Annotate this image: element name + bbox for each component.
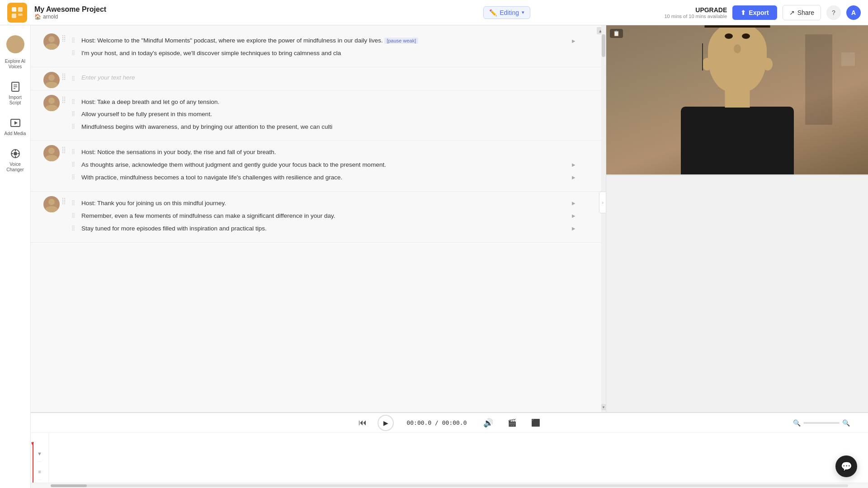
sidebar: Explore AIVoices ImportScript Add Media … — [0, 25, 31, 488]
line-drag-handle[interactable]: ⣿ — [71, 75, 75, 81]
svg-point-20 — [48, 75, 55, 81]
script-line-text: Stay tuned for more episodes filled with… — [81, 224, 561, 234]
tl-zoom-slider[interactable] — [803, 422, 840, 424]
script-line: ⣿ Host: Welcome to the "Mindful Moments"… — [71, 34, 579, 47]
line-drag-handle[interactable]: ⣿ — [71, 200, 75, 206]
add-media-icon — [9, 117, 22, 129]
script-line-text: Host: Notice the sensations in your body… — [81, 147, 579, 157]
line-drag-handle[interactable]: ⣿ — [71, 37, 75, 43]
drag-handle[interactable]: ⣿ — [61, 73, 66, 80]
line-drag-handle[interactable]: ⣿ — [71, 212, 75, 218]
tl-play-button[interactable]: ▶ — [377, 415, 394, 431]
tl-horizontal-scrollbar[interactable] — [51, 484, 848, 487]
tl-zoom-controls: 🔍 🔍 — [793, 419, 850, 427]
line-play-button[interactable]: ▶ — [569, 36, 579, 46]
tl-track-side-btn[interactable]: ≡ — [38, 469, 41, 474]
script-block: ⣿ ⣿ Host: Notice the sensations in your … — [31, 142, 606, 192]
script-line: ⣿ As thoughts arise, acknowledge them wi… — [71, 159, 579, 171]
upgrade-info: UPGRADE 10 mins of 10 mins available — [665, 6, 727, 19]
speaker-avatar — [43, 33, 60, 50]
drag-handle[interactable]: ⣿ — [61, 197, 66, 204]
tl-timecode: 00:00.0 / 00:00.0 — [406, 419, 467, 426]
line-play-button[interactable]: ▶ — [569, 173, 579, 183]
drag-handle[interactable]: ⣿ — [61, 34, 66, 42]
drag-handle[interactable]: ⣿ — [61, 96, 66, 103]
person-eye-right — [742, 33, 750, 39]
timeline-tracks: ▼ ≡ ≡ + 5s — [31, 433, 868, 483]
line-drag-handle[interactable]: ⣿ — [71, 225, 75, 231]
voice-changer-icon — [9, 147, 22, 160]
copy-tag[interactable]: 📋 — [610, 29, 623, 38]
tl-settings-button[interactable]: ⬛ — [528, 417, 544, 429]
scrollbar-thumb[interactable] — [602, 34, 605, 57]
sidebar-add-media-label: Add Media — [5, 131, 26, 136]
svg-rect-2 — [12, 14, 16, 18]
tl-zoom-plus-icon[interactable]: 🔍 — [842, 419, 850, 427]
tl-captions-button[interactable]: 🎬 — [504, 417, 520, 429]
speaker-avatar — [43, 72, 60, 88]
sidebar-item-add-media[interactable]: Add Media — [2, 112, 29, 141]
help-button[interactable]: ? — [826, 5, 841, 20]
svg-point-19 — [45, 43, 58, 50]
tl-skip-back-button[interactable]: ⏮ — [355, 416, 370, 429]
timeline-controls-bar: ⏮ ▶ 00:00.0 / 00:00.0 🔊 🎬 ⬛ 🔍 🔍 — [31, 413, 868, 433]
topbar-right: UPGRADE 10 mins of 10 mins available ⬆ E… — [665, 5, 861, 20]
sidebar-item-voice-changer[interactable]: VoiceChanger — [2, 143, 29, 177]
person-nose — [734, 44, 741, 53]
line-drag-handle[interactable]: ⣿ — [71, 111, 75, 117]
script-line: ⣿ Enter your text here — [71, 73, 579, 83]
right-panel-empty — [606, 174, 868, 412]
svg-point-27 — [45, 206, 58, 212]
tl-volume-button[interactable]: 🔊 — [480, 416, 497, 430]
line-drag-handle[interactable]: ⣿ — [71, 161, 75, 167]
person-neck — [725, 89, 750, 108]
person-face — [708, 25, 767, 92]
scroll-down-button[interactable]: ▼ — [601, 404, 606, 410]
panel-collapse-button[interactable]: › — [599, 192, 606, 213]
chat-support-button[interactable]: 💬 — [835, 455, 857, 477]
breadcrumb: 🏠 arnold — [34, 14, 349, 20]
share-button[interactable]: ↗ Share — [783, 5, 821, 20]
pencil-icon: ✏️ — [489, 9, 497, 16]
svg-point-13 — [14, 152, 17, 155]
bg-door — [805, 34, 832, 125]
line-drag-handle[interactable]: ⣿ — [71, 174, 75, 180]
line-play-button[interactable]: ▶ — [569, 160, 579, 170]
bg-element — [841, 52, 855, 66]
pause-tag[interactable]: [pause weak] — [384, 38, 418, 44]
line-play-button[interactable]: ▶ — [569, 211, 579, 221]
line-play-button[interactable]: ▶ — [569, 224, 579, 234]
svg-marker-11 — [14, 121, 18, 125]
right-panel: 📋 › — [606, 25, 868, 412]
line-drag-handle[interactable]: ⣿ — [71, 123, 75, 129]
svg-point-26 — [48, 199, 55, 205]
app-logo — [7, 3, 27, 23]
script-block: ⣿ ⣿ Enter your text here — [31, 69, 606, 90]
export-button[interactable]: ⬆ Export — [732, 5, 777, 20]
svg-point-5 — [10, 47, 21, 51]
sidebar-item-explore-ai-voices[interactable]: Explore AIVoices — [2, 31, 29, 74]
sidebar-item-import-script[interactable]: ImportScript — [2, 76, 29, 110]
topbar: My Awesome Project 🏠 arnold ✏️ Editing ▾… — [0, 0, 868, 25]
upgrade-label[interactable]: UPGRADE — [665, 6, 727, 14]
line-play-button[interactable]: ▶ — [569, 198, 579, 208]
earbud-wire — [702, 43, 703, 70]
line-drag-handle[interactable]: ⣿ — [71, 99, 75, 104]
main-layout: Explore AIVoices ImportScript Add Media … — [0, 25, 868, 488]
script-line: ⣿ I'm your host, and in today's episode,… — [71, 47, 579, 60]
drag-handle[interactable]: ⣿ — [61, 146, 66, 153]
editing-mode-button[interactable]: ✏️ Editing ▾ — [483, 6, 530, 19]
tl-zoom-search-icon[interactable]: 🔍 — [793, 419, 801, 427]
line-drag-handle[interactable]: ⣿ — [71, 149, 75, 155]
tl-bottom-scrollbar — [31, 483, 868, 488]
user-avatar-button[interactable]: A — [846, 5, 861, 20]
editing-label: Editing — [500, 9, 519, 16]
line-drag-handle[interactable]: ⣿ — [71, 50, 75, 56]
person-hair — [705, 25, 770, 28]
tl-collapse-track-button[interactable]: ▼ — [37, 451, 42, 456]
timeline: ⏮ ▶ 00:00.0 / 00:00.0 🔊 🎬 ⬛ 🔍 🔍 — [31, 412, 868, 488]
text-input-placeholder[interactable]: Enter your text here — [81, 74, 579, 81]
tl-scrollbar-thumb[interactable] — [51, 484, 87, 487]
svg-point-21 — [45, 82, 58, 88]
svg-point-25 — [45, 155, 58, 161]
